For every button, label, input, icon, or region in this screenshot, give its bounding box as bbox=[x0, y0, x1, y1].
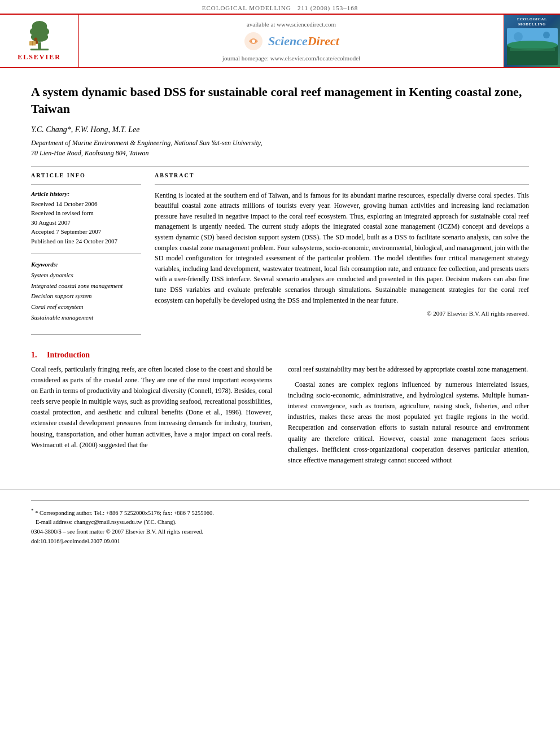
sciencedirect-center: available at www.sciencedirect.com Scien… bbox=[79, 15, 504, 67]
sd-wordmark: ScienceDirect bbox=[268, 34, 339, 49]
ecological-cover: ECOLOGICALMODELLING bbox=[504, 15, 560, 67]
article-history: Article history: Received 14 October 200… bbox=[31, 190, 141, 246]
keyword-2: Integrated coastal zone management bbox=[31, 281, 141, 291]
keywords-heading: Keywords: bbox=[31, 261, 141, 268]
article-info-label: ARTICLE INFO bbox=[31, 172, 141, 178]
keyword-1: System dynamics bbox=[31, 270, 141, 281]
eco-cover-image bbox=[507, 28, 558, 65]
svg-rect-1 bbox=[30, 49, 48, 50]
article-title: A system dynamic based DSS for sustainab… bbox=[31, 84, 529, 117]
svg-rect-0 bbox=[38, 42, 41, 50]
divider-article-info bbox=[31, 184, 141, 185]
introduction-section: 1. Introduction Coral reefs, particularl… bbox=[31, 351, 529, 471]
elsevier-logo: ELSEVIER bbox=[0, 15, 79, 67]
introduction-text: Coral reefs, particularly fringing reefs… bbox=[31, 364, 529, 471]
doi-text: doi:10.1016/j.ecolmodel.2007.09.001 bbox=[31, 538, 120, 544]
svg-point-10 bbox=[252, 40, 255, 43]
footer-doi: doi:10.1016/j.ecolmodel.2007.09.001 bbox=[31, 537, 529, 547]
section-name: Introduction bbox=[47, 351, 90, 359]
journal-header: ECOLOGICAL MODELLING 211 (2008) 153–168 bbox=[0, 0, 560, 14]
elsevier-tree-icon bbox=[20, 21, 59, 52]
footer-copyright: 0304-3800/$ – see front matter © 2007 El… bbox=[31, 527, 529, 537]
section-number: 1. bbox=[31, 351, 37, 359]
intro-left-para1: Coral reefs, particularly fringing reefs… bbox=[31, 364, 272, 451]
main-content: A system dynamic based DSS for sustainab… bbox=[0, 68, 560, 482]
left-column: ARTICLE INFO Article history: Received 1… bbox=[31, 172, 141, 340]
abstract-label: ABSTRACT bbox=[155, 172, 529, 178]
section-title: 1. Introduction bbox=[31, 351, 529, 360]
journal-homepage-text: journal homepage: www.elsevier.com/locat… bbox=[222, 55, 360, 62]
intro-right-col: coral reef sustainability may best be ad… bbox=[288, 364, 529, 471]
history-heading: Article history: bbox=[31, 190, 141, 197]
published-date: Published on line 24 October 2007 bbox=[31, 237, 141, 246]
available-text: available at www.sciencedirect.com bbox=[247, 21, 336, 28]
accepted-date: Accepted 7 September 2007 bbox=[31, 227, 141, 237]
svg-point-5 bbox=[34, 37, 37, 41]
logo-banner: ELSEVIER available at www.sciencedirect.… bbox=[0, 14, 560, 68]
intro-right-para1: coral reef sustainability may best be ad… bbox=[288, 364, 529, 375]
affiliation: Department of Marine Environment & Engin… bbox=[31, 138, 529, 158]
journal-volume-info: ECOLOGICAL MODELLING bbox=[202, 5, 291, 11]
email-note: E-mail address: changyc@mail.nsysu.edu.t… bbox=[36, 519, 177, 525]
intro-right-para2: Coastal zones are complex regions influe… bbox=[288, 379, 529, 466]
footer-email: E-mail address: changyc@mail.nsysu.edu.t… bbox=[31, 518, 529, 527]
keyword-3: Decision support system bbox=[31, 291, 141, 302]
received-revised-label: Received in revised form bbox=[31, 208, 141, 218]
abstract-text: Kenting is located at the southern end o… bbox=[155, 190, 529, 306]
divider-top bbox=[31, 166, 529, 167]
svg-point-14 bbox=[514, 32, 523, 41]
page-footer: * * Corresponding author. Tel.: +886 7 5… bbox=[0, 490, 560, 549]
elsevier-text: ELSEVIER bbox=[18, 53, 61, 62]
journal-volume-number: 211 (2008) 153–168 bbox=[298, 5, 358, 11]
affiliation-line2: 70 Lien-Hae Road, Kaohsiung 804, Taiwan bbox=[31, 149, 149, 157]
authors: Y.C. Chang*, F.W. Hong, M.T. Lee bbox=[31, 125, 529, 134]
svg-point-4 bbox=[30, 32, 47, 42]
copyright-note: 0304-3800/$ – see front matter © 2007 El… bbox=[31, 528, 203, 535]
page: ECOLOGICAL MODELLING 211 (2008) 153–168 bbox=[0, 0, 560, 747]
keywords-section: Keywords: System dynamics Integrated coa… bbox=[31, 261, 141, 322]
sd-logo: ScienceDirect bbox=[243, 31, 339, 51]
intro-left-col: Coral reefs, particularly fringing reefs… bbox=[31, 364, 272, 471]
received-revised-date: 30 August 2007 bbox=[31, 218, 141, 228]
svg-point-15 bbox=[543, 32, 550, 38]
keyword-5: Sustainable management bbox=[31, 312, 141, 323]
divider-bottom-left bbox=[31, 334, 141, 335]
keyword-4: Coral reef ecosystem bbox=[31, 302, 141, 312]
received-date: Received 14 October 2006 bbox=[31, 199, 141, 209]
sciencedirect-icon bbox=[243, 31, 264, 51]
copyright-text: © 2007 Elsevier B.V. All rights reserved… bbox=[155, 310, 529, 317]
corresponding-note: * Corresponding author. Tel.: +886 7 525… bbox=[35, 510, 214, 516]
footer-corresponding: * * Corresponding author. Tel.: +886 7 5… bbox=[31, 506, 529, 518]
right-column: ABSTRACT Kenting is located at the south… bbox=[155, 172, 529, 340]
footnote-star: * bbox=[31, 508, 34, 513]
divider-abstract bbox=[155, 184, 529, 185]
article-info-abstract: ARTICLE INFO Article history: Received 1… bbox=[31, 172, 529, 340]
eco-cover-title: ECOLOGICALMODELLING bbox=[517, 17, 547, 27]
affiliation-line1: Department of Marine Environment & Engin… bbox=[31, 139, 262, 147]
divider-keywords bbox=[31, 254, 141, 254]
svg-rect-16 bbox=[510, 48, 555, 51]
footer-divider bbox=[31, 500, 529, 501]
